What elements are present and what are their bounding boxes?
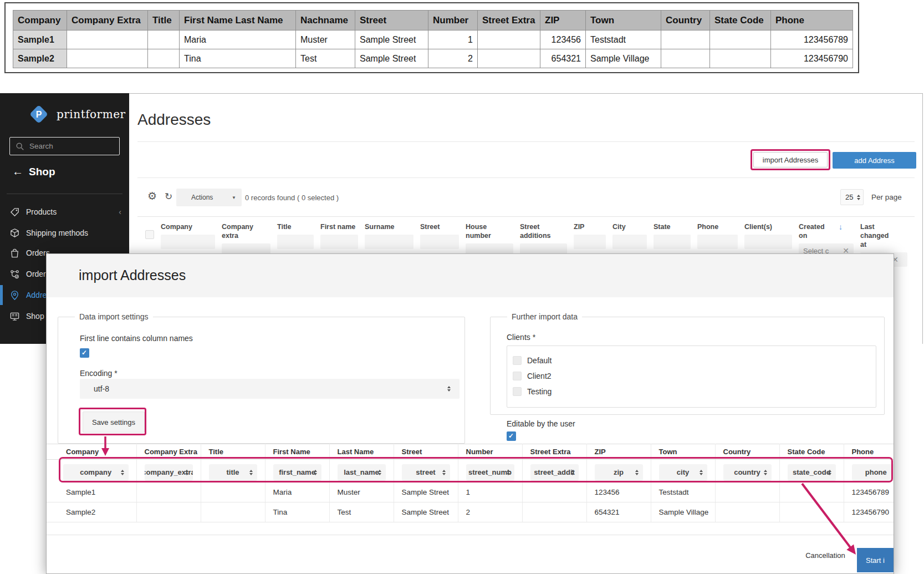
cell — [148, 31, 180, 49]
sort-descending-icon[interactable]: ↓ — [839, 222, 843, 231]
cell: 2 — [458, 502, 522, 522]
mapping-select-company-extra[interactable]: company_extra — [145, 464, 193, 481]
save-settings-button[interactable]: Save settings — [83, 412, 145, 433]
preview-col-street-extra: Street Extra — [522, 444, 586, 460]
cell: 123456 — [586, 482, 651, 502]
mapping-select-last-name[interactable]: last_name — [338, 464, 386, 481]
mapping-select-town[interactable]: city — [659, 464, 707, 481]
grid-col-label[interactable]: First name — [320, 222, 358, 231]
chevron-left-icon[interactable]: ‹ — [119, 207, 121, 216]
mapping-select-title[interactable]: title — [209, 464, 257, 481]
grid-col-label[interactable]: Surname — [365, 222, 413, 231]
fieldset-legend: Further import data — [507, 312, 582, 321]
grid-col-label[interactable]: Created on — [799, 222, 833, 240]
mapping-value: street_numb — [468, 468, 512, 476]
workflow-icon — [9, 269, 20, 280]
sheet-col-phone: Phone — [771, 11, 853, 31]
grid-col-filter[interactable] — [744, 235, 792, 249]
client-checkbox[interactable] — [513, 372, 522, 380]
cell: Test — [296, 49, 355, 68]
preview-col-company: Company — [47, 444, 136, 460]
mapping-value: phone — [865, 468, 887, 476]
mapping-select-zip[interactable]: zip — [595, 464, 643, 481]
editable-checkbox[interactable] — [507, 431, 516, 441]
cell — [779, 482, 844, 502]
import-addresses-button[interactable]: import Addresses — [753, 152, 828, 167]
per-page-stepper[interactable]: 25 — [840, 189, 864, 205]
search-input[interactable] — [29, 142, 107, 150]
sidebar-back-shop[interactable]: ← Shop — [12, 165, 55, 178]
grid-col-filter[interactable] — [277, 235, 314, 249]
preview-col-number: Number — [458, 444, 522, 460]
preview-col-country: Country — [715, 444, 779, 460]
stepper-icon[interactable] — [857, 195, 860, 200]
cancellation-button[interactable]: Cancellation — [789, 551, 861, 560]
cell: 654321 — [586, 502, 651, 522]
mapping-select-company[interactable]: company — [63, 464, 129, 481]
sheet-col-nachname: Nachname — [296, 11, 355, 31]
grid-col-filter[interactable] — [574, 235, 606, 249]
sidebar-search[interactable] — [9, 137, 120, 155]
gear-icon[interactable]: ⚙ — [147, 190, 157, 202]
grid-col-filter[interactable] — [420, 235, 459, 249]
cell: 123456 — [540, 31, 586, 49]
sheet-col-number: Number — [428, 11, 478, 31]
mapping-value: street_addit — [534, 468, 575, 476]
client-option-client2[interactable]: Client2 — [513, 372, 552, 380]
grid-col-label[interactable]: City — [612, 222, 647, 231]
preview-col-town: Town — [651, 444, 715, 460]
grid-col-label[interactable]: ZIP — [574, 222, 606, 231]
grid-col-label[interactable]: House number — [466, 222, 513, 240]
cell: 123456789 — [771, 31, 853, 49]
add-address-button[interactable]: add Address — [833, 152, 916, 169]
mapping-select-country[interactable]: country — [723, 464, 772, 481]
sidebar-item-products[interactable]: Products ‹ — [0, 203, 129, 221]
start-import-button[interactable]: Start i — [857, 548, 894, 572]
mapping-select-state-code[interactable]: state_code — [788, 464, 836, 481]
modal-footer-divider — [47, 535, 894, 535]
cell: Tina — [180, 49, 296, 68]
grid-col-filter[interactable] — [697, 235, 738, 249]
grid-col-filter[interactable] — [320, 235, 358, 249]
client-checkbox[interactable] — [513, 356, 522, 365]
grid-col-label[interactable]: Title — [277, 222, 314, 231]
client-option-testing[interactable]: Testing — [513, 387, 552, 396]
cell — [715, 502, 779, 522]
grid-col-label[interactable]: Last changed at — [860, 222, 895, 249]
client-checkbox[interactable] — [513, 387, 522, 396]
grid-col-label[interactable]: Street — [420, 222, 459, 231]
cell — [661, 49, 710, 68]
grid-col-label[interactable]: Client(s) — [744, 222, 792, 231]
grid-col-label[interactable]: State — [654, 222, 691, 231]
sheet-col-country: Country — [661, 11, 710, 31]
grid-col-label[interactable]: Company — [161, 222, 215, 231]
actions-dropdown[interactable]: Actions ▼ — [176, 189, 242, 206]
mapping-select-street[interactable]: street — [402, 464, 450, 481]
clients-list: Default Client2 Testing — [507, 346, 876, 408]
grid-col-filter[interactable] — [161, 235, 215, 249]
mapping-select-street-extra[interactable]: street_addit — [530, 464, 579, 481]
mapping-select-first-name[interactable]: first_name — [273, 464, 321, 481]
fieldset-legend: Data import settings — [75, 312, 153, 321]
grid-col-filter[interactable] — [365, 235, 413, 249]
grid-col-filter[interactable] — [612, 235, 647, 249]
mapping-select-phone[interactable]: phone — [852, 464, 895, 481]
select-all-checkbox[interactable] — [145, 230, 154, 239]
encoding-select[interactable]: utf-8 — [80, 379, 460, 399]
refresh-icon[interactable]: ↻ — [165, 191, 172, 202]
spreadsheet-header-row: Company Company Extra Title First Name L… — [13, 11, 853, 31]
spreadsheet-table: Company Company Extra Title First Name L… — [13, 10, 853, 68]
mapping-select-number[interactable]: street_numb — [466, 464, 514, 481]
cell: Sample1 — [13, 31, 67, 49]
cell: Maria — [265, 482, 329, 502]
caret-down-icon: ▼ — [232, 195, 236, 200]
grid-col-label[interactable]: Phone — [697, 222, 738, 231]
client-option-default[interactable]: Default — [513, 356, 552, 365]
cell — [661, 31, 710, 49]
first-line-checkbox[interactable] — [80, 348, 89, 358]
grid-col-label[interactable]: Street additions — [520, 222, 567, 240]
grid-col-label[interactable]: Company extra — [222, 222, 270, 240]
cell: Sample Village — [586, 49, 661, 68]
grid-col-filter[interactable] — [654, 235, 691, 249]
sidebar-item-shipping-methods[interactable]: Shipping methods — [0, 224, 129, 242]
